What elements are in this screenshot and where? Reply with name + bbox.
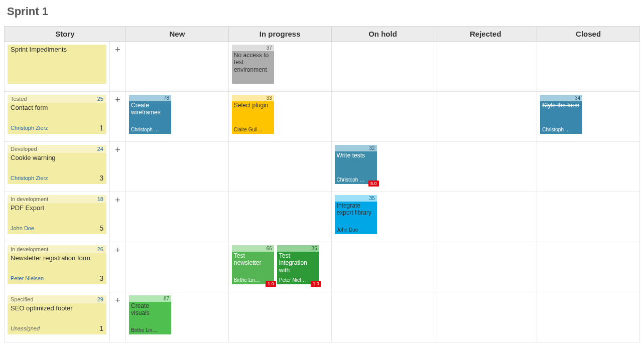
add-task-button[interactable]: + bbox=[110, 292, 126, 342]
task-assignee: John Doe bbox=[335, 226, 377, 234]
task-card[interactable]: 87Create visualsBirthe Lin… bbox=[129, 295, 171, 334]
story-status: In development bbox=[11, 246, 48, 252]
task-cell bbox=[434, 192, 537, 242]
column-header: In progress bbox=[228, 27, 331, 42]
task-id: 78 bbox=[129, 95, 171, 101]
add-task-button[interactable]: + bbox=[110, 192, 126, 242]
task-id: 87 bbox=[129, 295, 171, 302]
task-card[interactable]: 32Write testsChristoph …5.0 bbox=[335, 145, 377, 184]
task-card[interactable]: 37No access to test environment bbox=[232, 45, 274, 84]
story-assignee: Christoph Zierz bbox=[11, 175, 48, 181]
task-cell bbox=[537, 42, 640, 92]
task-cell: 35Integrate export libraryJohn Doe bbox=[331, 192, 434, 242]
story-points: 1 bbox=[99, 124, 103, 132]
task-cell bbox=[434, 42, 537, 92]
task-cell bbox=[228, 292, 331, 342]
task-title: Test newsletter bbox=[232, 252, 274, 276]
story-title: SEO optimized footer bbox=[8, 303, 106, 323]
task-cell bbox=[126, 242, 229, 292]
story-title: Contact form bbox=[8, 103, 106, 123]
page-title: Sprint 1 bbox=[7, 5, 640, 18]
story-cell: Tested25Contact formChristoph Zierz1 bbox=[5, 92, 110, 142]
task-cell bbox=[331, 42, 434, 92]
story-title: Newsletter registration form bbox=[8, 253, 106, 273]
add-task-button[interactable]: + bbox=[110, 242, 126, 292]
story-card[interactable]: Specified29SEO optimized footerUnassigne… bbox=[8, 295, 106, 334]
task-cell bbox=[331, 92, 434, 142]
story-points: 3 bbox=[99, 274, 103, 282]
task-cell: 34Style the formChristoph … bbox=[537, 92, 640, 142]
task-cell bbox=[434, 292, 537, 342]
story-card[interactable]: Tested25Contact formChristoph Zierz1 bbox=[8, 95, 106, 134]
story-status: In development bbox=[11, 196, 48, 202]
task-cell: 33Select pluginClaire Guli… bbox=[228, 92, 331, 142]
story-status: Tested bbox=[11, 96, 27, 102]
task-cell bbox=[228, 192, 331, 242]
task-cell bbox=[434, 142, 537, 192]
story-id: 26 bbox=[97, 246, 103, 252]
task-cell bbox=[331, 242, 434, 292]
story-card[interactable]: In development26Newsletter registration … bbox=[8, 245, 106, 284]
task-id: 36 bbox=[277, 245, 319, 252]
story-id: 25 bbox=[97, 96, 103, 102]
add-task-button[interactable]: + bbox=[110, 42, 126, 92]
task-cell bbox=[537, 292, 640, 342]
task-card[interactable]: 34Style the formChristoph … bbox=[540, 95, 582, 134]
column-header: Story bbox=[5, 27, 126, 42]
task-card[interactable]: 66Test newsletterBirthe Lin…1.0 bbox=[232, 245, 274, 284]
task-card[interactable]: 78Create wireframesChristoph … bbox=[129, 95, 171, 134]
task-cell bbox=[126, 42, 229, 92]
task-title: Style the form bbox=[540, 101, 582, 126]
story-assignee: John Doe bbox=[11, 225, 34, 231]
task-card[interactable]: 35Integrate export libraryJohn Doe bbox=[335, 195, 377, 234]
task-id: 34 bbox=[540, 95, 582, 101]
story-card[interactable]: In development18PDF ExportJohn Doe5 bbox=[8, 195, 106, 234]
add-task-button[interactable]: + bbox=[110, 92, 126, 142]
story-assignee: Christoph Zierz bbox=[11, 125, 48, 131]
task-cell bbox=[537, 192, 640, 242]
task-assignee bbox=[232, 81, 274, 84]
task-title: Test integration with bbox=[277, 252, 319, 276]
story-title: PDF Export bbox=[8, 203, 106, 223]
task-assignee: Birthe Lin… bbox=[129, 326, 171, 334]
story-status: Specified bbox=[11, 296, 33, 302]
story-card[interactable]: Sprint Impediments bbox=[8, 45, 106, 84]
story-cell: In development18PDF ExportJohn Doe5 bbox=[5, 192, 110, 242]
story-card[interactable]: Developed24Cookie warningChristoph Zierz… bbox=[8, 145, 106, 184]
story-cell: Sprint Impediments bbox=[5, 42, 110, 92]
task-cell bbox=[228, 142, 331, 192]
task-title: No access to test environment bbox=[232, 51, 274, 81]
task-title: Create wireframes bbox=[129, 101, 171, 126]
task-cell: 66Test newsletterBirthe Lin…1.036Test in… bbox=[228, 242, 331, 292]
task-id: 66 bbox=[232, 245, 274, 252]
story-title: Cookie warning bbox=[8, 153, 106, 173]
task-cell: 32Write testsChristoph …5.0 bbox=[331, 142, 434, 192]
task-cell bbox=[537, 242, 640, 292]
task-card[interactable]: 36Test integration withPeter Niel…1.0 bbox=[277, 245, 319, 284]
story-points: 1 bbox=[99, 324, 103, 332]
task-id: 33 bbox=[232, 95, 274, 101]
story-status: Developed bbox=[11, 146, 37, 152]
task-cell: 37No access to test environment bbox=[228, 42, 331, 92]
story-points: 5 bbox=[99, 224, 103, 232]
column-header: On hold bbox=[331, 27, 434, 42]
task-cell bbox=[126, 192, 229, 242]
story-id: 29 bbox=[97, 296, 103, 302]
task-title: Integrate export library bbox=[335, 202, 377, 226]
task-card[interactable]: 33Select pluginClaire Guli… bbox=[232, 95, 274, 134]
taskboard: StoryNewIn progressOn holdRejectedClosed… bbox=[4, 26, 640, 342]
task-hours-badge: 5.0 bbox=[368, 181, 379, 187]
task-id: 37 bbox=[232, 45, 274, 51]
story-cell: In development26Newsletter registration … bbox=[5, 242, 110, 292]
add-task-button[interactable]: + bbox=[110, 142, 126, 192]
story-cell: Developed24Cookie warningChristoph Zierz… bbox=[5, 142, 110, 192]
task-assignee: Christoph … bbox=[540, 126, 582, 134]
story-assignee: Peter Nielsen bbox=[11, 275, 44, 281]
task-cell: 87Create visualsBirthe Lin… bbox=[126, 292, 229, 342]
column-header: New bbox=[126, 27, 229, 42]
column-header: Rejected bbox=[434, 27, 537, 42]
story-id: 18 bbox=[97, 196, 103, 202]
task-hours-badge: 1.0 bbox=[266, 281, 276, 287]
task-cell bbox=[434, 242, 537, 292]
task-cell: 78Create wireframesChristoph … bbox=[126, 92, 229, 142]
